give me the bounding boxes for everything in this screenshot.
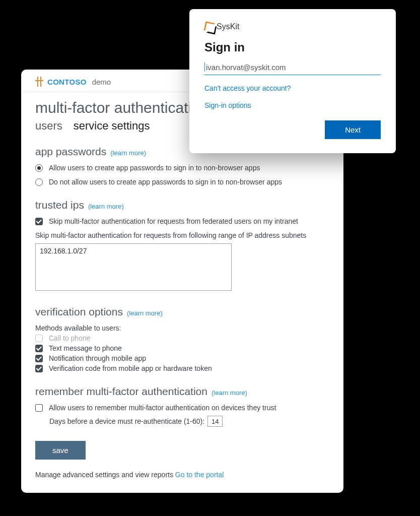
checkbox-icon	[35, 365, 43, 372]
brand-name-light: demo	[92, 78, 111, 86]
learn-more-link[interactable]: (learn more)	[127, 309, 163, 317]
checkbox-icon	[35, 355, 43, 362]
check-label: Allow users to remember multi-factor aut…	[49, 404, 276, 412]
radio-allow-app-passwords[interactable]: Allow users to create app passwords to s…	[35, 164, 329, 172]
section-title-text: trusted ips	[35, 199, 84, 211]
method-label: Verification code from mobile app or har…	[49, 364, 212, 372]
method-call-to-phone[interactable]: Call to phone	[35, 334, 329, 342]
section-title-text: remember multi-factor authentication	[35, 385, 207, 398]
section-title-text: verification options	[35, 306, 123, 318]
brand-name-strong: CONTOSO	[47, 78, 87, 86]
methods-list: Call to phone Text message to phone Noti…	[35, 334, 329, 372]
method-label: Call to phone	[49, 334, 91, 342]
method-label: Notification through mobile app	[49, 354, 146, 362]
checkbox-icon	[35, 335, 43, 342]
next-button[interactable]: Next	[325, 120, 381, 139]
syskit-logo-icon	[204, 22, 214, 31]
radio-label: Do not allow users to create app passwor…	[49, 178, 282, 186]
methods-label: Methods available to users:	[35, 324, 329, 332]
check-remember-mfa[interactable]: Allow users to remember multi-factor aut…	[35, 404, 329, 412]
checkbox-icon	[35, 218, 43, 225]
save-button[interactable]: save	[35, 441, 86, 460]
subnet-label: Skip multi-factor authentication for req…	[35, 231, 329, 239]
email-value: ivan.horvat@syskit.com	[206, 63, 286, 72]
days-input[interactable]	[207, 416, 223, 427]
section-remember-mfa: remember multi-factor authentication (le…	[35, 385, 329, 398]
radio-label: Allow users to create app passwords to s…	[49, 164, 260, 172]
method-text-message[interactable]: Text message to phone	[35, 344, 329, 352]
method-label: Text message to phone	[49, 344, 122, 352]
method-verification-code[interactable]: Verification code from mobile app or har…	[35, 364, 329, 372]
checkbox-icon	[35, 345, 43, 352]
radio-icon	[35, 178, 43, 186]
section-verification-options: verification options (learn more)	[35, 306, 329, 318]
modal-actions: Next	[204, 120, 381, 139]
radio-deny-app-passwords[interactable]: Do not allow users to create app passwor…	[35, 178, 329, 186]
days-label: Days before a device must re-authenticat…	[49, 417, 204, 425]
footer-line: Manage advanced settings and view report…	[35, 471, 329, 479]
footer-text: Manage advanced settings and view report…	[35, 471, 175, 479]
learn-more-link[interactable]: (learn more)	[88, 203, 124, 210]
check-label: Skip multi-factor authentication for req…	[49, 217, 298, 225]
signin-options-link[interactable]: Sign-in options	[204, 101, 381, 109]
text-cursor-icon	[204, 62, 205, 72]
learn-more-link[interactable]: (learn more)	[110, 149, 146, 157]
days-row: Days before a device must re-authenticat…	[49, 416, 329, 427]
email-input[interactable]: ivan.horvat@syskit.com	[204, 60, 381, 75]
tab-users[interactable]: users	[35, 119, 62, 133]
method-notification-app[interactable]: Notification through mobile app	[35, 354, 329, 362]
syskit-logo: SysKit	[204, 22, 381, 31]
syskit-brand-text: SysKit	[217, 22, 239, 31]
section-title-text: app passwords	[35, 146, 106, 158]
section-trusted-ips: trusted ips (learn more)	[35, 199, 329, 211]
learn-more-link[interactable]: (learn more)	[212, 389, 247, 397]
cant-access-account-link[interactable]: Can't access your account?	[204, 84, 381, 92]
check-skip-federated[interactable]: Skip multi-factor authentication for req…	[35, 217, 329, 225]
radio-icon	[35, 164, 43, 172]
signin-heading: Sign in	[204, 40, 381, 54]
contoso-logo-icon	[35, 77, 43, 87]
ip-subnets-input[interactable]: 192.168.1.0/27	[35, 243, 232, 291]
checkbox-icon	[35, 404, 43, 412]
tab-service-settings[interactable]: service settings	[74, 119, 150, 133]
signin-modal: SysKit Sign in ivan.horvat@syskit.com Ca…	[189, 9, 396, 153]
portal-link[interactable]: Go to the portal	[175, 471, 224, 479]
